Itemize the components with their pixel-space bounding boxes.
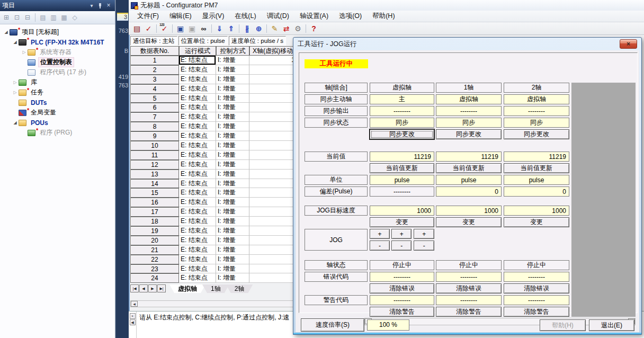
clear-warning-button[interactable]: 清除警告 (436, 307, 502, 317)
x-move-cell[interactable] (249, 160, 296, 170)
control-cell[interactable]: I: 增量 (216, 264, 249, 274)
control-cell[interactable]: I: 增量 (216, 179, 249, 189)
change-button[interactable]: 变更 (504, 217, 569, 227)
speed-rate-field[interactable]: 100 % (367, 319, 409, 331)
x-move-cell[interactable] (249, 255, 296, 264)
tab-虚拟轴[interactable]: 虚拟轴 (169, 284, 205, 293)
menu-item-0[interactable]: 文件(F) (132, 11, 164, 22)
mode-cell[interactable]: E: 结束点 (179, 122, 216, 131)
control-cell[interactable]: I: 增量 (216, 198, 249, 207)
edit-program-icon[interactable]: ✎ (269, 23, 280, 34)
tree-item[interactable]: DUTs (0, 97, 115, 108)
x-move-cell[interactable] (249, 179, 296, 189)
x-move-cell[interactable] (249, 273, 296, 283)
verify-table-icon[interactable]: ✓ (143, 23, 154, 34)
new-table-icon[interactable]: ▤ (131, 23, 142, 34)
exit-button[interactable]: 退出(E) (589, 319, 634, 331)
find-icon[interactable]: ∞ (198, 23, 209, 34)
mode-cell[interactable]: E: 结束点 (179, 84, 216, 94)
control-cell[interactable]: I: 增量 (216, 217, 249, 226)
control-cell[interactable]: I: 增量 (216, 273, 249, 283)
control-cell[interactable]: I: 增量 (216, 84, 249, 94)
control-cell[interactable]: I: 增量 (216, 245, 249, 255)
mode-cell[interactable]: E: 结束点 (179, 188, 216, 198)
scroll-left-icon[interactable]: ◀ (131, 301, 138, 307)
control-cell[interactable]: I: 增量 (216, 160, 249, 170)
mode-cell[interactable]: E: 结束点 (179, 94, 216, 103)
tree-expand-icon[interactable]: ◢ (3, 30, 10, 34)
mode-cell[interactable]: E: 结束点 (179, 103, 216, 112)
control-cell[interactable]: I: 增量 (216, 75, 249, 84)
change-button[interactable]: 变更 (370, 217, 434, 227)
row-number-cell[interactable]: 4 (130, 84, 179, 94)
control-cell[interactable]: I: 增量 (216, 112, 249, 122)
tree-expand-icon[interactable]: ▷ (21, 50, 28, 55)
sync-change-button[interactable]: 同步更改 (436, 129, 502, 139)
x-move-cell[interactable] (249, 131, 296, 141)
menu-item-1[interactable]: 编辑(E) (164, 11, 197, 22)
mode-cell[interactable]: E: 结束点 (179, 131, 216, 141)
row-number-cell[interactable]: 5 (130, 94, 179, 103)
x-move-cell[interactable] (249, 75, 296, 84)
current-value-update-button[interactable]: 当前值更新 (504, 163, 569, 173)
sync-change-button[interactable]: 同步更改 (370, 129, 434, 139)
row-number-cell[interactable]: 18 (130, 217, 179, 226)
row-number-cell[interactable]: 8 (130, 122, 179, 131)
tab-nav-button-3[interactable]: ▶| (157, 284, 166, 292)
dialog-close-icon[interactable]: × (620, 39, 637, 49)
new-project-icon[interactable]: ⊞ (2, 13, 11, 22)
mode-cell[interactable]: E: 结束点 (179, 141, 216, 150)
menu-item-3[interactable]: 在线(L) (229, 11, 261, 22)
x-move-cell[interactable] (249, 264, 296, 274)
control-cell[interactable]: I: 增量 (216, 236, 249, 245)
row-number-cell[interactable]: 1 (130, 56, 179, 65)
tree-expand-icon[interactable]: ◢ (12, 120, 19, 125)
tree-expand-icon[interactable]: ▷ (12, 80, 19, 85)
control-cell[interactable]: I: 增量 (216, 131, 249, 141)
row-number-cell[interactable]: 17 (130, 207, 179, 217)
x-move-cell[interactable] (249, 112, 296, 122)
tree-expand-icon[interactable]: ◢ (12, 40, 19, 45)
x-move-cell[interactable]: 1 (249, 56, 296, 65)
close-icon[interactable]: × (104, 2, 113, 10)
column-header-2[interactable]: 控制方式 (216, 46, 249, 56)
mode-cell[interactable]: E: 结束点 (179, 264, 216, 274)
x-move-cell[interactable] (249, 245, 296, 255)
menu-item-2[interactable]: 显示(V) (197, 11, 230, 22)
x-move-cell[interactable] (249, 150, 296, 160)
jog-minus-button[interactable]: - (391, 241, 412, 251)
row-number-cell[interactable]: 24 (130, 273, 179, 283)
row-number-cell[interactable]: 9 (130, 131, 179, 141)
change-button[interactable]: 变更 (436, 217, 502, 227)
control-cell[interactable]: I: 增量 (216, 226, 249, 236)
control-cell[interactable]: I: 增量 (216, 141, 249, 150)
tab-1轴[interactable]: 1轴 (202, 284, 229, 293)
row-number-cell[interactable]: 22 (130, 255, 179, 264)
mode-cell[interactable]: E: 结束点 (179, 207, 216, 217)
message-close-icon[interactable]: × (130, 313, 136, 319)
row-number-cell[interactable]: 16 (130, 198, 179, 207)
tree-item[interactable]: ◢*PLC (FP-XH 32k M4T16T (0, 37, 115, 47)
message-collapse-icon[interactable]: ◀ (130, 319, 136, 325)
x-move-cell[interactable] (249, 236, 296, 245)
row-number-cell[interactable]: 2 (130, 65, 179, 75)
pause-icon[interactable]: ∦ (241, 23, 253, 34)
x-move-cell[interactable] (249, 94, 296, 103)
row-number-cell[interactable]: 7 (130, 112, 179, 122)
row-number-cell[interactable]: 23 (130, 264, 179, 274)
column-header-1[interactable]: 运行模式 (179, 46, 216, 56)
upload-icon[interactable]: ⇑ (226, 23, 237, 34)
mode-cell[interactable]: E: 结束点 (179, 179, 216, 189)
tree-item[interactable]: ▷库 (0, 77, 115, 87)
x-move-cell[interactable] (249, 217, 296, 226)
help-icon[interactable]: ? (308, 23, 319, 34)
x-move-cell[interactable] (249, 198, 296, 207)
mode-cell[interactable]: E: 结束点 (179, 255, 216, 264)
copy-icon[interactable]: ▣ (175, 23, 186, 34)
mode-cell[interactable]: E: 结束点 (179, 160, 216, 170)
library-lock-icon[interactable]: ▦ (59, 13, 69, 22)
menu-item-7[interactable]: 帮助(H) (367, 11, 400, 22)
clear-warning-button[interactable]: 清除警告 (504, 307, 569, 317)
row-number-cell[interactable]: 6 (130, 103, 179, 112)
tree-item[interactable]: ▷*系统寄存器 (0, 47, 115, 57)
